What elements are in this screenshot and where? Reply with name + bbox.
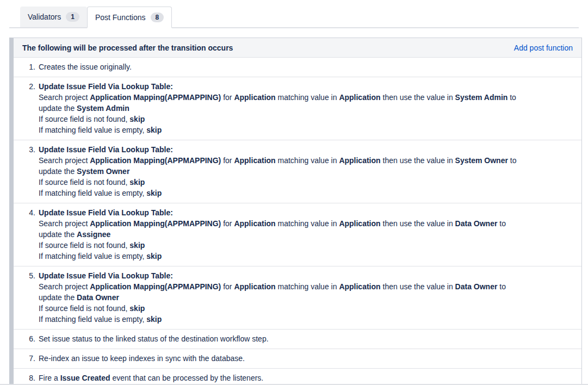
description-line: If matching field value is empty, skip bbox=[39, 314, 528, 325]
description-line: Update Issue Field Via Lookup Table: bbox=[39, 81, 528, 92]
description-line: Creates the issue originally. bbox=[39, 61, 132, 72]
description-line: If source field is not found, skip bbox=[39, 303, 528, 314]
row-number: 2. bbox=[22, 81, 35, 135]
description-line: Update Issue Field Via Lookup Table: bbox=[39, 144, 528, 155]
post-function-row: 3.Update Issue Field Via Lookup Table:Se… bbox=[14, 140, 581, 203]
tab-post-functions-count-badge: 8 bbox=[151, 13, 164, 22]
row-number: 7. bbox=[22, 353, 35, 364]
post-function-description: Fire a Issue Created event that can be p… bbox=[39, 372, 263, 383]
post-function-description: Set issue status to the linked status of… bbox=[39, 333, 269, 344]
post-function-description: Update Issue Field Via Lookup Table:Sear… bbox=[39, 81, 528, 135]
post-function-row: 1.Creates the issue originally. bbox=[14, 58, 581, 77]
description-line: Fire a Issue Created event that can be p… bbox=[39, 372, 263, 383]
tab-validators[interactable]: Validators 1 bbox=[20, 7, 87, 27]
post-function-row: 5.Update Issue Field Via Lookup Table:Se… bbox=[14, 266, 581, 330]
description-line: Search project Application Mapping(APPMA… bbox=[39, 218, 528, 240]
post-function-row: 7.Re-index an issue to keep indexes in s… bbox=[14, 349, 581, 369]
description-line: Re-index an issue to keep indexes in syn… bbox=[39, 353, 245, 364]
tab-validators-count-badge: 1 bbox=[66, 12, 79, 22]
post-function-description: Update Issue Field Via Lookup Table:Sear… bbox=[39, 207, 528, 262]
description-line: Update Issue Field Via Lookup Table: bbox=[39, 270, 528, 281]
description-line: Search project Application Mapping(APPMA… bbox=[39, 281, 528, 303]
tab-post-functions[interactable]: Post Functions 8 bbox=[87, 7, 172, 28]
row-number: 4. bbox=[22, 207, 35, 262]
post-function-list: 1.Creates the issue originally.2.Update … bbox=[14, 58, 581, 385]
add-post-function-link[interactable]: Add post function bbox=[514, 44, 573, 52]
description-line: Update Issue Field Via Lookup Table: bbox=[39, 207, 528, 218]
row-number: 3. bbox=[22, 144, 35, 198]
row-number: 5. bbox=[22, 270, 35, 325]
post-function-row: 2.Update Issue Field Via Lookup Table:Se… bbox=[14, 77, 581, 140]
description-line: Search project Application Mapping(APPMA… bbox=[39, 92, 528, 114]
description-line: If matching field value is empty, skip bbox=[39, 251, 528, 262]
post-functions-panel: The following will be processed after th… bbox=[9, 38, 582, 385]
panel-title: The following will be processed after th… bbox=[22, 44, 233, 52]
post-function-description: Update Issue Field Via Lookup Table:Sear… bbox=[39, 270, 528, 325]
post-function-row: 6.Set issue status to the linked status … bbox=[14, 330, 581, 349]
row-number: 8. bbox=[22, 372, 35, 383]
tab-bar: Validators 1 Post Functions 8 bbox=[9, 7, 579, 28]
description-line: If matching field value is empty, skip bbox=[39, 125, 528, 135]
description-line: If source field is not found, skip bbox=[39, 177, 528, 188]
description-line: Search project Application Mapping(APPMA… bbox=[39, 155, 528, 177]
description-line: Set issue status to the linked status of… bbox=[39, 333, 269, 344]
post-function-description: Update Issue Field Via Lookup Table:Sear… bbox=[39, 144, 528, 198]
panel-header: The following will be processed after th… bbox=[14, 38, 581, 58]
row-number: 6. bbox=[22, 333, 35, 344]
row-number: 1. bbox=[22, 61, 35, 72]
tab-post-functions-label: Post Functions bbox=[95, 13, 146, 22]
post-function-description: Creates the issue originally. bbox=[39, 61, 132, 72]
description-line: If source field is not found, skip bbox=[39, 240, 528, 251]
tab-validators-label: Validators bbox=[28, 13, 61, 21]
description-line: If matching field value is empty, skip bbox=[39, 188, 528, 198]
post-function-row: 4.Update Issue Field Via Lookup Table:Se… bbox=[14, 203, 581, 266]
workflow-transition-page: Validators 1 Post Functions 8 The follow… bbox=[0, 0, 588, 385]
post-function-description: Re-index an issue to keep indexes in syn… bbox=[39, 353, 245, 364]
description-line: If source field is not found, skip bbox=[39, 114, 528, 125]
post-function-row: 8.Fire a Issue Created event that can be… bbox=[14, 369, 581, 385]
